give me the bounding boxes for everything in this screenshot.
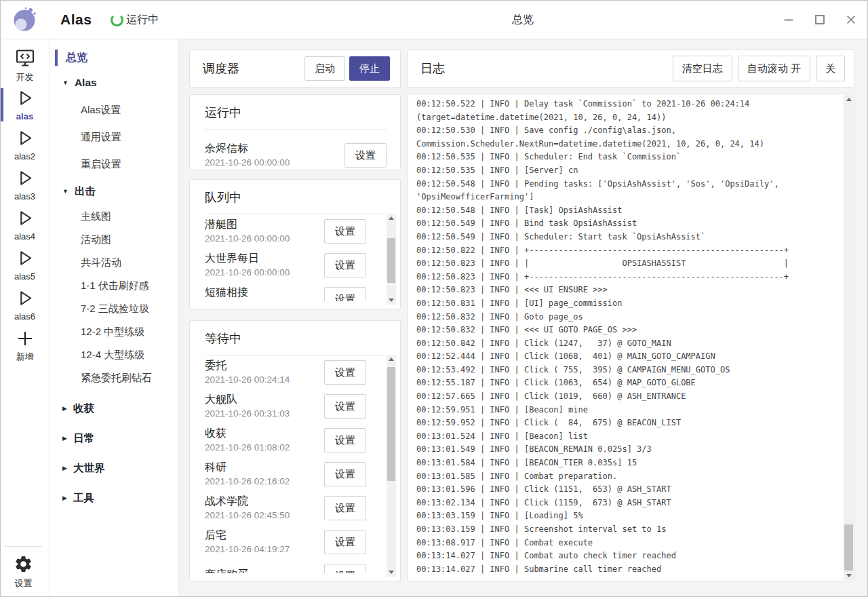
minimize-button[interactable] <box>782 13 795 26</box>
task-row: 商店购买 设置 <box>205 559 366 573</box>
menu-item-label: 共斗活动 <box>81 256 121 269</box>
alas-logo-icon <box>10 5 40 35</box>
task-setting-button[interactable]: 设置 <box>324 360 366 385</box>
rail-item-label: alas4 <box>14 232 35 241</box>
task-setting-button[interactable]: 设置 <box>324 253 366 277</box>
scroll-up-arrow[interactable] <box>387 214 396 223</box>
menu-group-label: 出击 <box>75 185 96 199</box>
task-info: 商店购买 <box>205 569 248 573</box>
rail-item-alas[interactable]: alas <box>1 85 49 125</box>
menu-item-12-4[interactable]: 12-4 大型练级 <box>50 343 178 366</box>
task-info: 余烬信标 2021-10-26 00:00:00 <box>205 142 290 168</box>
menu-item-overview[interactable]: 总览 <box>50 46 178 69</box>
close-button[interactable] <box>844 13 858 26</box>
menu-item-7-2[interactable]: 7-2 三战捡垃圾 <box>50 297 178 320</box>
nav-rail: 开发 alas alas2 alas3 <box>1 39 50 596</box>
chevron-right-icon: ▶ <box>62 435 67 442</box>
clear-log-button[interactable]: 清空日志 <box>673 56 732 81</box>
app-window: Alas 运行中 总览 <box>0 0 868 597</box>
running-spinner-icon <box>111 14 123 26</box>
main-content: 调度器 启动 停止 运行中 余烬信标 2021-10-26 00:00:00 设… <box>178 39 867 596</box>
menu-item-label: 12-2 中型练级 <box>81 326 144 339</box>
task-time: 2021-10-26 00:00:00 <box>205 158 290 168</box>
menu-item-general-settings[interactable]: 通用设置 <box>50 123 178 151</box>
maximize-button[interactable] <box>813 13 827 26</box>
task-name: 商店购买 <box>205 569 248 573</box>
autoscroll-off-button[interactable]: 关 <box>816 56 845 81</box>
task-name: 大世界每日 <box>205 252 290 265</box>
menu-group-opsi[interactable]: ▶ 大世界 <box>50 453 178 483</box>
menu-item-1-1[interactable]: 1-1 伏击刷好感 <box>50 274 178 297</box>
task-setting-button[interactable]: 设置 <box>324 530 366 554</box>
task-row: 科研 2021-10-26 02:16:02 设置 <box>205 457 366 491</box>
rail-item-alas4[interactable]: alas4 <box>1 205 49 245</box>
scroll-up-arrow[interactable] <box>844 95 854 104</box>
rail-item-label: alas5 <box>14 272 35 281</box>
task-setting-button[interactable]: 设置 <box>324 564 366 573</box>
menu-item-label: 总览 <box>66 51 87 65</box>
autoscroll-toggle-button[interactable]: 自动滚动 开 <box>738 56 810 81</box>
stop-button[interactable]: 停止 <box>349 56 390 81</box>
scrollbar-thumb[interactable] <box>844 524 853 571</box>
menu-item-main-chapter[interactable]: 主线图 <box>50 205 178 228</box>
scheduler-title: 调度器 <box>203 60 304 77</box>
rail-bottom: 设置 <box>5 546 42 596</box>
menu-sidebar: 总览 ▼ Alas Alas设置 通用设置 重启设置 ▼ 出击 主线图 活动图 … <box>50 39 178 596</box>
task-setting-button[interactable]: 设置 <box>324 496 366 520</box>
rail-item-alas3[interactable]: alas3 <box>1 165 49 205</box>
task-setting-button[interactable]: 设置 <box>324 428 366 452</box>
menu-group-label: Alas <box>75 77 97 89</box>
rail-item-label: 设置 <box>15 579 33 588</box>
task-setting-button[interactable]: 设置 <box>344 143 387 168</box>
log-scrollbar <box>844 95 854 580</box>
menu-group-daily[interactable]: ▶ 日常 <box>50 423 178 453</box>
task-row: 委托 2021-10-26 00:24:14 设置 <box>205 355 366 389</box>
menu-item-raid[interactable]: 共斗活动 <box>50 251 178 274</box>
menu-item-alas-settings[interactable]: Alas设置 <box>50 96 178 123</box>
task-time: 2021-10-26 00:31:03 <box>205 409 290 419</box>
play-icon <box>16 89 35 110</box>
running-title: 运行中 <box>205 104 387 130</box>
rail-item-settings[interactable]: 设置 <box>5 553 42 588</box>
menu-group-tools[interactable]: ▶ 工具 <box>50 483 178 513</box>
menu-group-label: 收获 <box>73 402 94 416</box>
rail-item-add[interactable]: 新增 <box>1 325 49 365</box>
menu-item-restart-settings[interactable]: 重启设置 <box>50 151 178 178</box>
menu-group-attack[interactable]: ▼ 出击 <box>50 178 178 205</box>
task-setting-button[interactable]: 设置 <box>324 394 366 419</box>
rail-item-dev[interactable]: 开发 <box>1 45 49 85</box>
task-setting-button[interactable]: 设置 <box>324 219 366 244</box>
task-time: 2021-10-26 02:16:02 <box>205 477 290 487</box>
task-setting-button[interactable]: 设置 <box>324 287 366 301</box>
scroll-down-arrow[interactable] <box>844 571 854 580</box>
menu-item-label: 7-2 三战捡垃圾 <box>81 303 149 315</box>
log-header-card: 日志 清空日志 自动滚动 开 关 <box>408 50 855 88</box>
task-row: 短猫相接 2021-10-26 00:00:00 设置 <box>205 282 366 301</box>
play-icon <box>16 249 35 270</box>
scrollbar-thumb[interactable] <box>387 367 395 481</box>
menu-item-event[interactable]: 活动图 <box>50 228 178 251</box>
menu-group-label: 日常 <box>73 431 94 446</box>
task-setting-button[interactable]: 设置 <box>324 462 366 486</box>
task-info: 潜艇图 2021-10-26 00:00:00 <box>205 218 290 244</box>
task-row: 收获 2021-10-26 01:08:02 设置 <box>205 423 366 457</box>
scroll-down-arrow[interactable] <box>387 568 396 577</box>
chevron-right-icon: ▶ <box>62 495 67 501</box>
log-text: 00:12:50.522 | INFO | Delay task `Commis… <box>416 98 808 576</box>
scroll-down-arrow[interactable] <box>387 296 396 305</box>
menu-item-urgent-commission[interactable]: 紧急委托刷钻石 <box>50 366 178 389</box>
waiting-scrollbar <box>387 355 396 577</box>
task-info: 大舰队 2021-10-26 00:31:03 <box>205 393 290 419</box>
scrollbar-thumb[interactable] <box>387 238 395 283</box>
rail-item-alas6[interactable]: alas6 <box>1 285 49 325</box>
menu-group-alas[interactable]: ▼ Alas <box>50 69 178 96</box>
menu-item-12-2[interactable]: 12-2 中型练级 <box>50 320 178 343</box>
start-button[interactable]: 启动 <box>304 56 345 81</box>
scroll-up-arrow[interactable] <box>387 355 396 364</box>
rail-item-label: 新增 <box>16 352 34 361</box>
running-card: 运行中 余烬信标 2021-10-26 00:00:00 设置 <box>189 94 401 170</box>
rail-item-alas2[interactable]: alas2 <box>1 125 49 165</box>
rail-item-alas5[interactable]: alas5 <box>1 245 49 285</box>
menu-group-reward[interactable]: ▶ 收获 <box>50 393 178 423</box>
scheduler-column: 调度器 启动 停止 运行中 余烬信标 2021-10-26 00:00:00 设… <box>189 50 401 581</box>
